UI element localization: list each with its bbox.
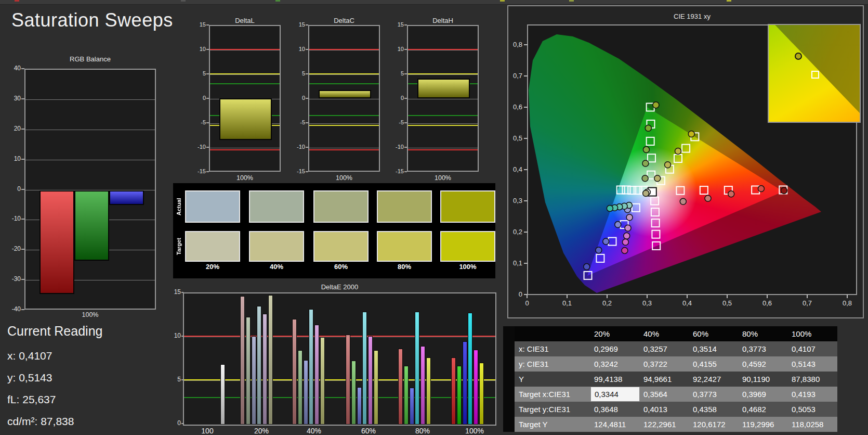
table-cell-selected[interactable]: 0,3344 <box>590 387 640 402</box>
table-cell[interactable]: 118,0258 <box>788 417 837 432</box>
deltae-bar-100%-4 <box>474 350 478 425</box>
y-tick-label: -10 <box>4 215 21 222</box>
table-cell[interactable]: 0,3648 <box>590 402 640 417</box>
ref-line-10 <box>210 49 280 50</box>
x-tick-label: 0,6 <box>762 299 772 307</box>
y-tick <box>206 147 209 148</box>
table-cell[interactable]: 87,8380 <box>788 372 837 387</box>
table-cell[interactable]: 0,3969 <box>739 387 788 402</box>
table-cell[interactable]: 120,6172 <box>689 417 739 432</box>
measured-green-4 <box>645 125 651 131</box>
target-blue-5 <box>584 272 592 279</box>
table-cell[interactable]: 0,4592 <box>739 356 788 372</box>
deltae-bar-80%-1 <box>404 366 409 425</box>
table-cell[interactable]: 0,4682 <box>739 402 788 417</box>
deltae-bar-100%-2 <box>463 341 467 425</box>
swatch-col-label: 80% <box>377 263 432 271</box>
y-tick <box>306 122 308 123</box>
top-strip-fragment <box>275 0 280 2</box>
swatch-col-label: 40% <box>249 263 304 271</box>
deltae-bar-60%-1 <box>351 361 356 425</box>
bar-red <box>40 190 74 294</box>
table-cell[interactable]: 122,2961 <box>640 417 689 432</box>
table-cell[interactable]: 0,3514 <box>689 341 739 356</box>
rgb-balance-title: RGB Balance <box>24 55 156 63</box>
swatch-col-label: 100% <box>440 263 495 271</box>
measured-blue-2 <box>615 222 621 228</box>
y-tick-label: 40 <box>4 65 21 72</box>
y-tick-label: 15 <box>385 21 404 28</box>
measured-red-1 <box>680 198 686 204</box>
deltae-group-label: 20% <box>243 427 280 435</box>
y-tick-label: 10 <box>172 332 181 339</box>
table-cell[interactable]: 124,4811 <box>590 417 640 432</box>
y-tick-label: -5 <box>187 119 206 125</box>
y-tick <box>306 147 308 148</box>
table-row: Target x:CIE310,33440,35640,37730,39690,… <box>503 387 837 402</box>
table-cell[interactable]: 92,2427 <box>689 372 739 387</box>
table-row-label: y: CIE31 <box>515 356 590 372</box>
deltae-bar-80%-3 <box>415 312 419 425</box>
delta-l-plot <box>209 25 281 172</box>
table-cell[interactable]: 0,3242 <box>590 356 640 372</box>
deltae-bar-100%-0 <box>451 357 456 425</box>
delta-h-title: DeltaH <box>407 17 479 24</box>
table-row-marker <box>503 356 515 372</box>
y-tick <box>21 249 24 250</box>
target-magenta-2 <box>651 208 659 216</box>
table-cell[interactable]: 0,4013 <box>640 402 689 417</box>
deltae-bar-100-0 <box>220 364 225 425</box>
current-reading-x: x: 0,4107 <box>7 350 52 362</box>
deltae-bar-20%-3 <box>257 306 261 425</box>
y-tick-label: -20 <box>4 245 21 252</box>
current-reading-heading: Current Reading <box>7 324 102 339</box>
gridline <box>210 74 280 75</box>
measured-green-2 <box>642 160 649 167</box>
table-cell[interactable]: 0,4155 <box>689 356 739 372</box>
x-tick-label: 0,1 <box>562 299 572 307</box>
y-tick <box>21 189 24 190</box>
y-tick-label: -15 <box>385 168 404 174</box>
measured-magenta-4 <box>622 239 628 245</box>
deltae-bar-80%-5 <box>426 357 431 425</box>
table-cell[interactable]: 119,2996 <box>739 417 788 432</box>
top-strip-fragment <box>727 0 731 2</box>
deltae-bar-20%-2 <box>252 336 256 425</box>
y-tick-label: -15 <box>187 168 206 174</box>
table-cell[interactable]: 99,4138 <box>590 372 640 387</box>
table-row: y: CIE310,32420,37220,41550,45920,5143 <box>503 356 837 372</box>
y-tick <box>404 24 407 25</box>
measured-magenta-2 <box>625 225 631 231</box>
deltae-bar-60%-0 <box>346 335 350 425</box>
delta-l-chart: DeltaL 100% 151050-5-10-15 <box>187 10 282 182</box>
swatch-col-label: 20% <box>185 263 240 271</box>
table-cell[interactable]: 0,3257 <box>640 341 689 356</box>
ref-line-10 <box>408 49 478 50</box>
table-cell[interactable]: 0,4107 <box>788 341 837 356</box>
x-tick-label: 0,3 <box>642 299 652 307</box>
table-cell[interactable]: 0,3564 <box>640 387 689 402</box>
measured-yellow-3 <box>665 162 671 168</box>
table-cell[interactable]: 0,5143 <box>788 356 837 372</box>
table-cell[interactable]: 0,5053 <box>788 402 837 417</box>
y-tick <box>306 24 308 25</box>
measured-green-3 <box>643 147 649 153</box>
table-cell[interactable]: 0,3773 <box>739 341 788 356</box>
y-tick <box>21 68 24 69</box>
gridline <box>408 50 478 50</box>
gridline <box>184 380 495 381</box>
table-cell[interactable]: 0,4358 <box>689 402 739 417</box>
deltae-bar-20%-5 <box>268 295 273 425</box>
deltae-bar-40%-3 <box>309 309 313 425</box>
x-tick-label: 0,2 <box>602 299 612 307</box>
inset-measured-marker <box>795 53 802 60</box>
table-cell[interactable]: 0,4193 <box>788 387 837 402</box>
gridline <box>25 160 155 160</box>
measured-blue-3 <box>603 238 609 245</box>
table-cell[interactable]: 90,1190 <box>739 372 788 387</box>
table-cell[interactable]: 0,3722 <box>640 356 689 372</box>
table-cell[interactable]: 0,3773 <box>689 387 739 402</box>
table-cell[interactable]: 94,9661 <box>640 372 689 387</box>
table-cell[interactable]: 0,2969 <box>590 341 640 356</box>
gridline <box>309 99 379 99</box>
